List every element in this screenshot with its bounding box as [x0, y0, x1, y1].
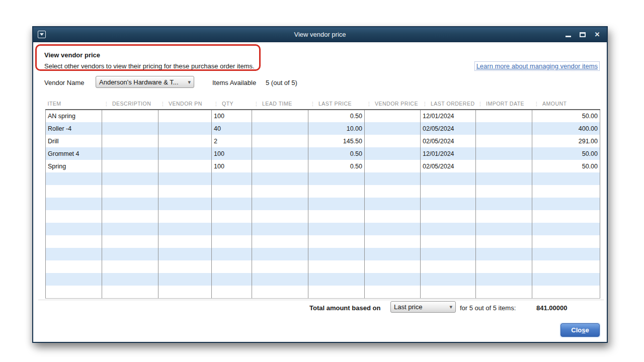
table-cell — [158, 110, 212, 122]
table-cell — [365, 223, 421, 235]
column-header-label: AMOUNT — [542, 101, 567, 107]
column-header[interactable]: ⋮DESCRIPTION — [102, 99, 158, 110]
table-cell — [308, 273, 365, 286]
table-cell — [476, 172, 532, 185]
table-cell — [532, 235, 600, 248]
items-grid-container: ITEM⋮DESCRIPTION⋮VENDOR PN⋮QTY⋮LEAD TIME… — [45, 99, 600, 299]
window-menu-icon[interactable] — [38, 31, 46, 38]
table-row[interactable] — [46, 235, 600, 248]
table-cell — [158, 160, 212, 172]
table-cell — [46, 248, 102, 260]
table-cell — [365, 135, 421, 147]
column-header[interactable]: ⋮IMPORT DATE — [476, 99, 532, 110]
table-cell: Grommet 4 — [46, 147, 102, 160]
table-row[interactable] — [46, 248, 600, 260]
table-cell — [532, 248, 600, 260]
table-cell — [252, 147, 308, 160]
column-header[interactable]: ⋮VENDOR PN — [158, 99, 212, 110]
table-cell — [158, 147, 212, 160]
close-button[interactable]: Close — [560, 323, 600, 337]
total-amount-label: Total amount based on — [309, 304, 380, 312]
column-header-label: QTY — [222, 101, 233, 107]
table-cell — [252, 160, 308, 172]
column-header[interactable]: ⋮LAST PRICE — [308, 99, 365, 110]
table-cell — [476, 223, 532, 235]
table-cell — [252, 122, 308, 135]
column-header[interactable]: ⋮LEAD TIME — [252, 99, 308, 110]
maximize-button[interactable] — [579, 31, 586, 39]
column-header-label: IMPORT DATE — [486, 101, 524, 107]
table-cell — [421, 286, 476, 298]
table-cell — [308, 235, 365, 248]
table-cell — [252, 223, 308, 235]
column-separator-icon: ⋮ — [254, 101, 260, 107]
table-cell — [158, 260, 212, 273]
table-cell — [102, 147, 158, 160]
column-header[interactable]: ⋮VENDOR PRICE — [365, 99, 421, 110]
column-header[interactable]: ITEM — [46, 99, 102, 110]
table-cell — [102, 172, 158, 185]
minimize-icon — [566, 36, 571, 37]
table-cell — [476, 260, 532, 273]
table-row[interactable] — [46, 198, 600, 210]
table-cell — [212, 273, 252, 286]
table-cell: Drill — [46, 135, 102, 147]
table-cell — [476, 210, 532, 223]
column-header[interactable]: ⋮LAST ORDERED ... — [421, 99, 476, 110]
table-cell — [476, 198, 532, 210]
table-row[interactable] — [46, 185, 600, 198]
close-window-button[interactable]: ✕ — [594, 31, 601, 39]
table-cell — [308, 210, 365, 223]
table-cell — [365, 185, 421, 198]
window-controls: ✕ — [565, 27, 601, 42]
table-cell — [476, 273, 532, 286]
table-cell — [532, 273, 600, 286]
vendor-name-dropdown[interactable]: Anderson's Hardware & T... ▾ — [96, 76, 194, 88]
table-cell — [532, 260, 600, 273]
table-cell: 50.00 — [532, 147, 600, 160]
column-header[interactable]: ⋮AMOUNT — [532, 99, 600, 110]
column-header-label: ITEM — [48, 101, 61, 107]
table-cell: 0.50 — [308, 147, 365, 160]
column-separator-icon: ⋮ — [478, 101, 484, 107]
vendor-name-label: Vendor Name — [44, 79, 85, 86]
table-row[interactable]: Grommet 41000.5012/01/202450.00 — [46, 147, 600, 160]
table-cell — [476, 185, 532, 198]
table-cell — [102, 286, 158, 298]
table-row[interactable] — [46, 260, 600, 273]
table-cell — [102, 273, 158, 286]
learn-more-link[interactable]: Learn more about managing vendor items — [474, 61, 600, 71]
table-row[interactable] — [46, 210, 600, 223]
column-header[interactable]: ⋮QTY — [212, 99, 252, 110]
table-row[interactable] — [46, 286, 600, 298]
column-header-label: VENDOR PRICE — [375, 101, 418, 107]
table-row[interactable]: Spring1000.5002/05/202450.00 — [46, 160, 600, 172]
table-row[interactable] — [46, 273, 600, 286]
table-cell — [158, 198, 212, 210]
table-row[interactable] — [46, 172, 600, 185]
table-cell — [212, 210, 252, 223]
table-cell — [158, 286, 212, 298]
titlebar: View vendor price ✕ — [33, 27, 607, 42]
table-cell — [365, 122, 421, 135]
table-cell — [365, 286, 421, 298]
table-cell — [102, 160, 158, 172]
table-cell — [365, 248, 421, 260]
table-row[interactable] — [46, 223, 600, 235]
table-row[interactable]: AN spring1000.5012/01/202450.00 — [46, 110, 600, 122]
minimize-button[interactable] — [565, 31, 572, 39]
table-row[interactable]: Drill2145.5002/05/2024291.00 — [46, 135, 600, 147]
table-cell — [102, 185, 158, 198]
table-cell — [158, 248, 212, 260]
table-cell — [365, 110, 421, 122]
table-cell: 0.50 — [308, 110, 365, 122]
table-cell — [46, 172, 102, 185]
table-row[interactable]: Roller -44010.0002/05/2024400.00 — [46, 122, 600, 135]
price-basis-dropdown[interactable]: Last price ▾ — [390, 301, 456, 313]
table-cell — [102, 110, 158, 122]
table-cell — [158, 135, 212, 147]
table-cell — [308, 260, 365, 273]
table-cell — [252, 286, 308, 298]
table-cell — [476, 135, 532, 147]
table-cell — [421, 185, 476, 198]
